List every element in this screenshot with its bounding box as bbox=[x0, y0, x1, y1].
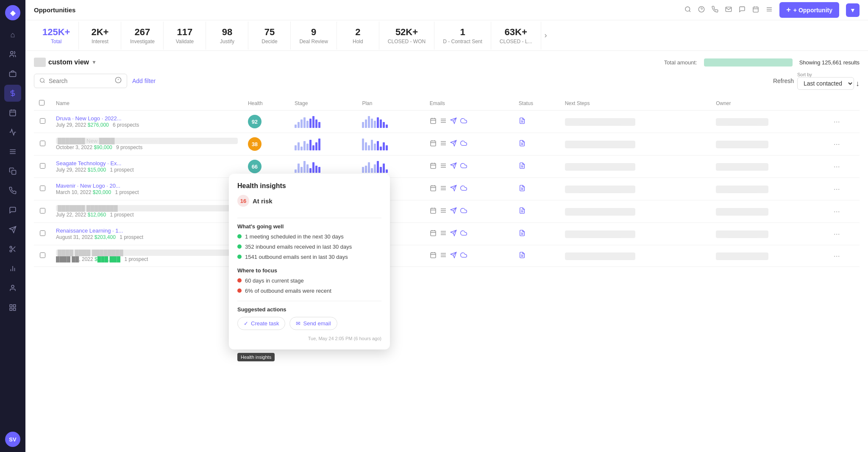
sidebar-item-grid[interactable] bbox=[4, 299, 21, 316]
doc-icon-3[interactable] bbox=[519, 185, 526, 193]
row-menu-button-6[interactable]: ··· bbox=[834, 252, 840, 260]
list-action-icon-2[interactable] bbox=[440, 162, 447, 171]
sidebar-avatar[interactable]: SV bbox=[5, 432, 20, 447]
health-badge-1[interactable]: 38 bbox=[248, 137, 262, 151]
row-checkbox-2[interactable] bbox=[40, 163, 45, 169]
calendar-action-icon-1[interactable] bbox=[430, 140, 437, 148]
doc-icon-1[interactable] bbox=[519, 140, 526, 148]
cloud-action-icon-2[interactable] bbox=[460, 162, 467, 171]
stage-closed-lost[interactable]: 63K+ CLOSED - L... bbox=[491, 22, 541, 50]
calendar-action-icon-2[interactable] bbox=[430, 162, 437, 171]
row-menu-button-4[interactable]: ··· bbox=[834, 207, 840, 216]
opp-amount-2[interactable]: $15,000 bbox=[88, 167, 106, 173]
row-checkbox-6[interactable] bbox=[40, 252, 45, 258]
row-checkbox-1[interactable] bbox=[40, 141, 45, 146]
search-input[interactable] bbox=[49, 78, 111, 84]
sidebar-item-barchart[interactable] bbox=[4, 260, 21, 277]
calendar-action-icon-5[interactable] bbox=[430, 230, 437, 238]
row-menu-button-3[interactable]: ··· bbox=[834, 185, 840, 193]
stage-deal-review[interactable]: 9 Deal Review bbox=[291, 22, 337, 50]
chat-icon[interactable] bbox=[739, 6, 746, 14]
sidebar-logo[interactable]: ◆ bbox=[5, 5, 20, 20]
doc-icon-0[interactable] bbox=[519, 117, 526, 126]
health-badge-2[interactable]: 66 bbox=[248, 160, 262, 173]
sidebar-item-dollar[interactable] bbox=[4, 85, 21, 102]
cloud-action-icon-3[interactable] bbox=[460, 185, 467, 193]
stage-decide[interactable]: 75 Decide bbox=[248, 22, 291, 50]
calendar-action-icon-0[interactable] bbox=[430, 117, 437, 126]
menu-icon[interactable] bbox=[766, 6, 773, 14]
list-action-icon-0[interactable] bbox=[440, 117, 447, 126]
opp-name-5[interactable]: Renaissance Learning · 1... bbox=[56, 227, 238, 234]
view-selector[interactable]: custom view ▼ bbox=[34, 58, 97, 67]
create-task-button[interactable]: ✓ Create task bbox=[237, 317, 285, 330]
stage-investigate[interactable]: 267 Investigate bbox=[121, 22, 164, 50]
sidebar-item-briefcase[interactable] bbox=[4, 65, 21, 82]
opp-name-2[interactable]: Seagate Technology · Ex... bbox=[56, 160, 238, 166]
send-action-icon-1[interactable] bbox=[450, 140, 457, 148]
opp-amount-6[interactable]: $███,███ bbox=[95, 256, 120, 262]
sidebar-item-calendar[interactable] bbox=[4, 104, 21, 121]
stage-closed-won[interactable]: 52K+ CLOSED - WON bbox=[379, 22, 434, 50]
cloud-action-icon-0[interactable] bbox=[460, 117, 467, 126]
row-menu-button-0[interactable]: ··· bbox=[834, 117, 840, 126]
sidebar-item-user[interactable] bbox=[4, 280, 21, 297]
stage-contract-sent[interactable]: 1 D - Contract Sent bbox=[434, 22, 491, 50]
refresh-button[interactable]: Refresh bbox=[773, 78, 794, 84]
list-action-icon-6[interactable] bbox=[440, 252, 447, 260]
send-action-icon-4[interactable] bbox=[450, 207, 457, 216]
doc-icon-2[interactable] bbox=[519, 162, 526, 171]
stage-hold[interactable]: 2 Hold bbox=[337, 22, 379, 50]
sidebar-item-chat[interactable] bbox=[4, 202, 21, 219]
opp-name-6[interactable]: ████ ████ ████████ bbox=[56, 250, 238, 256]
send-action-icon-5[interactable] bbox=[450, 230, 457, 238]
row-checkbox-4[interactable] bbox=[40, 208, 45, 214]
calendar-action-icon-3[interactable] bbox=[430, 185, 437, 193]
row-menu-button-5[interactable]: ··· bbox=[834, 230, 840, 238]
sidebar-item-people[interactable] bbox=[4, 46, 21, 63]
add-opportunity-button[interactable]: + + Opportunity bbox=[779, 2, 839, 18]
send-action-icon-0[interactable] bbox=[450, 117, 457, 126]
opp-amount-0[interactable]: $276,000 bbox=[88, 122, 109, 128]
row-checkbox-3[interactable] bbox=[40, 186, 45, 191]
list-action-icon-5[interactable] bbox=[440, 230, 447, 238]
doc-icon-5[interactable] bbox=[519, 230, 526, 238]
opp-amount-5[interactable]: $203,400 bbox=[95, 234, 116, 240]
calendar-action-icon-4[interactable] bbox=[430, 207, 437, 216]
cloud-action-icon-6[interactable] bbox=[460, 252, 467, 260]
row-menu-button-2[interactable]: ··· bbox=[834, 162, 840, 171]
help-icon[interactable] bbox=[698, 6, 705, 14]
opp-amount-1[interactable]: $90,000 bbox=[94, 144, 112, 150]
opp-amount-4[interactable]: $12,060 bbox=[88, 212, 106, 218]
opp-amount-3[interactable]: $20,000 bbox=[93, 189, 111, 195]
stage-validate[interactable]: 117 Validate bbox=[164, 22, 206, 50]
calendar-action-icon-6[interactable] bbox=[430, 252, 437, 260]
row-checkbox-5[interactable] bbox=[40, 230, 45, 236]
sidebar-item-lines[interactable] bbox=[4, 143, 21, 160]
send-action-icon-2[interactable] bbox=[450, 162, 457, 171]
cloud-action-icon-5[interactable] bbox=[460, 230, 467, 238]
sidebar-item-phone[interactable] bbox=[4, 182, 21, 199]
opp-name-0[interactable]: Druva · New Logo · 2022... bbox=[56, 115, 238, 122]
topbar-extra-button[interactable]: ▼ bbox=[846, 3, 860, 17]
row-menu-button-1[interactable]: ··· bbox=[834, 140, 840, 148]
send-action-icon-3[interactable] bbox=[450, 185, 457, 193]
stage-justify[interactable]: 98 Justify bbox=[206, 22, 248, 50]
row-checkbox-0[interactable] bbox=[40, 118, 45, 124]
doc-icon-6[interactable] bbox=[519, 252, 526, 260]
stage-total[interactable]: 125K+ Total bbox=[34, 22, 79, 50]
opp-name-3[interactable]: Mavenir · New Logo · 20... bbox=[56, 183, 238, 189]
sort-direction-button[interactable]: ↓ bbox=[856, 79, 860, 88]
cloud-action-icon-4[interactable] bbox=[460, 207, 467, 216]
health-badge-0[interactable]: 92 bbox=[248, 115, 262, 128]
sidebar-item-send[interactable] bbox=[4, 221, 21, 238]
search-icon[interactable] bbox=[684, 6, 691, 14]
info-icon[interactable] bbox=[115, 77, 122, 85]
sidebar-item-analytics[interactable] bbox=[4, 124, 21, 141]
calendar-icon[interactable] bbox=[752, 6, 759, 14]
stage-interest[interactable]: 2K+ Interest bbox=[79, 22, 121, 50]
email-icon[interactable] bbox=[725, 6, 732, 14]
stage-next-button[interactable]: › bbox=[541, 31, 551, 40]
sort-select[interactable]: Last contacted bbox=[797, 77, 854, 90]
phone-icon[interactable] bbox=[712, 6, 718, 14]
